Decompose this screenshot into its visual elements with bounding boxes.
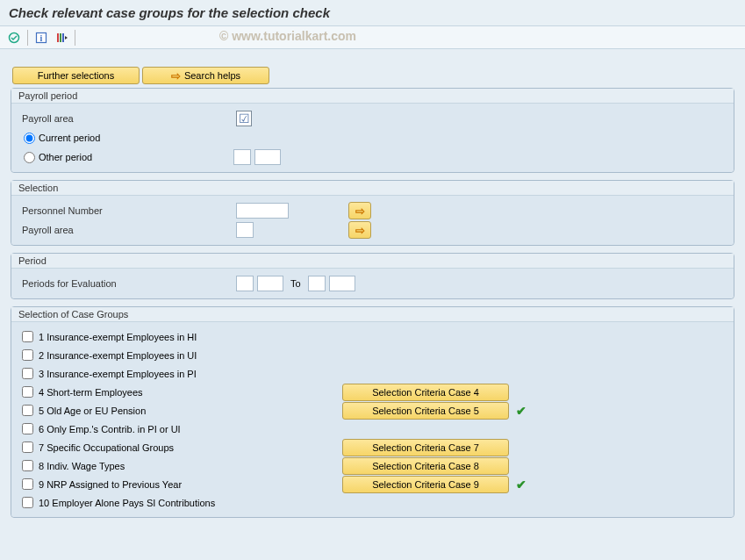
payroll-period-group: Payroll period Payroll area Current peri…: [11, 88, 734, 173]
case-label: 8 Indiv. Wage Types: [39, 461, 337, 471]
case-checkbox[interactable]: [22, 497, 33, 508]
payroll-area-input[interactable]: [236, 111, 252, 126]
page-title: Check relevant case groups for the selec…: [0, 0, 745, 26]
separator: [75, 30, 75, 46]
svg-rect-4: [60, 33, 61, 42]
criteria-button[interactable]: Selection Criteria Case 7: [342, 439, 509, 456]
case-checkbox[interactable]: [22, 423, 33, 434]
period-group: Period Periods for Evaluation To: [11, 253, 734, 299]
case-checkbox[interactable]: [22, 460, 33, 471]
case-row: 9 NRP Assigned to Previous YearSelection…: [22, 475, 723, 493]
personnel-number-input[interactable]: [236, 203, 289, 219]
criteria-button[interactable]: Selection Criteria Case 4: [342, 384, 509, 401]
case-label: 4 Short-term Employees: [39, 387, 337, 398]
period-from-1[interactable]: [236, 276, 254, 291]
case-label: 10 Employer Alone Pays SI Contributions: [39, 498, 337, 508]
case-label: 5 Old Age or EU Pension: [39, 406, 337, 416]
case-groups-group: Selection of Case Groups 1 Insurance-exe…: [11, 306, 734, 518]
case-row: 5 Old Age or EU PensionSelection Criteri…: [22, 401, 723, 420]
case-label: 1 Insurance-exempt Employees in HI: [39, 332, 337, 342]
case-checkbox[interactable]: [22, 349, 33, 361]
group-title: Selection of Case Groups: [11, 307, 734, 321]
arrow-icon: ⇨: [171, 69, 181, 83]
case-label: 7 Specific Occupational Groups: [39, 442, 337, 453]
case-label: 2 Insurance-exempt Employees in UI: [39, 350, 337, 361]
selection-group: Selection Personnel Number ⇨ Payroll are…: [11, 180, 734, 246]
current-period-label: Current period: [39, 133, 100, 143]
payroll-area-sel-input[interactable]: [236, 222, 254, 238]
search-helps-label: Search helps: [184, 70, 240, 81]
case-row: 3 Insurance-exempt Employees in PI: [22, 364, 723, 383]
content-area: Further selections ⇨ Search helps Payrol…: [0, 49, 745, 560]
case-row: 6 Only Emp.'s Contrib. in PI or UI: [22, 420, 723, 438]
case-row: 7 Specific Occupational GroupsSelection …: [22, 438, 723, 456]
search-helps-button[interactable]: ⇨ Search helps: [142, 67, 269, 84]
case-row: 1 Insurance-exempt Employees in HI: [22, 327, 723, 346]
case-row: 2 Insurance-exempt Employees in UI: [22, 346, 723, 364]
case-checkbox[interactable]: [22, 331, 33, 342]
case-label: 6 Only Emp.'s Contrib. in PI or UI: [39, 424, 337, 434]
period-to-1[interactable]: [308, 276, 326, 291]
current-period-radio[interactable]: [24, 133, 35, 144]
check-icon: ✔: [516, 477, 527, 492]
separator: [27, 30, 28, 46]
case-checkbox[interactable]: [22, 368, 33, 379]
toolbar: i: [0, 26, 745, 49]
payroll-area-label: Payroll area: [22, 113, 233, 124]
check-icon: ✔: [516, 404, 527, 418]
case-label: 3 Insurance-exempt Employees in PI: [39, 369, 337, 379]
payroll-area-sel-label: Payroll area: [22, 225, 233, 235]
case-row: 4 Short-term EmployeesSelection Criteria…: [22, 383, 723, 401]
other-period-input-2[interactable]: [254, 149, 281, 165]
case-row: 8 Indiv. Wage TypesSelection Criteria Ca…: [22, 456, 723, 475]
period-to-2[interactable]: [329, 276, 355, 291]
criteria-button[interactable]: Selection Criteria Case 5: [342, 402, 509, 420]
case-checkbox[interactable]: [22, 386, 33, 398]
personnel-number-label: Personnel Number: [22, 205, 233, 216]
further-selections-button[interactable]: Further selections: [12, 67, 140, 84]
periods-eval-label: Periods for Evaluation: [22, 278, 233, 289]
case-checkbox[interactable]: [22, 478, 33, 490]
other-period-label: Other period: [39, 152, 230, 162]
case-checkbox[interactable]: [22, 442, 33, 453]
svg-text:i: i: [40, 33, 43, 43]
info-icon[interactable]: i: [32, 30, 50, 46]
group-title: Payroll period: [11, 89, 734, 103]
group-title: Selection: [11, 181, 734, 195]
other-period-radio[interactable]: [24, 152, 35, 163]
top-button-row: Further selections ⇨ Search helps: [7, 67, 738, 84]
personnel-number-more-button[interactable]: ⇨: [348, 202, 371, 219]
variant-icon[interactable]: [53, 30, 70, 46]
execute-icon[interactable]: [5, 30, 23, 46]
group-title: Period: [11, 254, 734, 268]
period-from-2[interactable]: [257, 276, 283, 291]
criteria-button[interactable]: Selection Criteria Case 9: [342, 476, 509, 493]
payroll-area-more-button[interactable]: ⇨: [348, 221, 371, 239]
other-period-input-1[interactable]: [233, 149, 251, 165]
criteria-button[interactable]: Selection Criteria Case 8: [342, 457, 509, 475]
svg-rect-3: [57, 33, 59, 42]
case-label: 9 NRP Assigned to Previous Year: [39, 479, 337, 490]
case-checkbox[interactable]: [22, 405, 33, 416]
svg-rect-5: [62, 33, 64, 42]
to-label: To: [287, 278, 304, 289]
case-row: 10 Employer Alone Pays SI Contributions: [22, 493, 723, 512]
